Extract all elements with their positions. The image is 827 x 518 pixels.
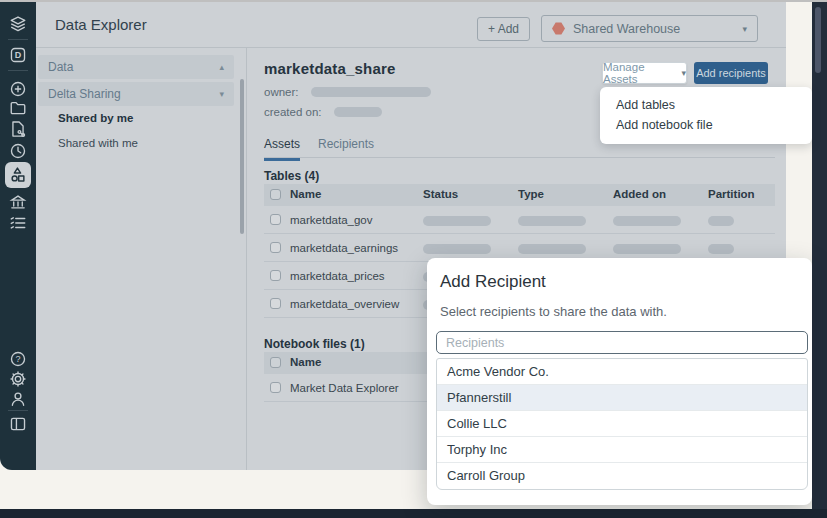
column-header: Added on [613,188,666,200]
select-all-checkbox[interactable] [270,357,281,368]
frame-bottom-border [0,509,827,518]
column-header: Status [423,188,458,200]
modal-subtitle: Select recipients to share the data with… [440,304,667,319]
frame-right-border [812,2,827,518]
recipient-option[interactable]: Acme Vendor Co. [437,359,807,385]
recipient-option[interactable]: Collie LLC [437,411,807,437]
nav-section-delta-sharing[interactable]: Delta Sharing ▾ [38,82,234,106]
nav-section-data[interactable]: Data ▴ [38,55,234,79]
screenshot-frame: D ? [0,0,827,518]
column-header: Partition [708,188,755,200]
workspace-icon[interactable]: D [9,46,27,64]
create-plus-icon[interactable] [9,80,27,98]
added-on-placeholder [613,244,681,254]
nav-item-shared-with-me[interactable]: Shared with me [58,137,138,149]
marketplace-icon[interactable] [9,193,27,211]
column-header: Name [290,356,321,368]
help-icon[interactable]: ? [9,350,27,368]
page-title: Data Explorer [55,16,147,33]
row-checkbox[interactable] [270,242,281,253]
recipients-input[interactable] [436,331,808,354]
add-button[interactable]: + Add [477,17,530,41]
status-placeholder [423,244,491,254]
notebooks-heading: Notebook files (1) [264,337,365,351]
column-header: Type [518,188,544,200]
chevron-down-icon: ▾ [681,68,686,78]
tables-heading: Tables (4) [264,169,319,183]
recipient-option-highlighted[interactable]: Pfannerstill [437,385,807,411]
tabs-divider [264,157,775,158]
table-name-cell: marketdata_prices [290,270,385,282]
page-scrollbar[interactable] [815,7,821,73]
queries-file-icon[interactable] [9,120,27,138]
chevron-down-icon: ▾ [742,24,747,34]
table-header-row: Name Status Type Added on Partition [264,184,775,206]
nav-item-shared-by-me[interactable]: Shared by me [58,112,133,124]
nav-section-label: Data [48,60,73,74]
created-row: created on: [264,106,382,118]
table-name-cell: marketdata_gov [290,214,372,226]
manage-assets-label: Manage Assets [603,61,675,85]
nav-scrollbar[interactable] [240,79,244,234]
panel-toggle-icon[interactable] [9,415,27,433]
partition-placeholder [708,216,734,226]
created-label: created on: [264,106,322,118]
added-on-placeholder [613,216,681,226]
owner-value-placeholder [311,87,431,97]
type-placeholder [518,216,586,226]
svg-text:?: ? [15,354,20,364]
row-checkbox[interactable] [270,382,281,393]
warehouse-selector[interactable]: Shared Warehouse ▾ [541,15,758,42]
sidebar-divider [8,39,28,40]
owner-label: owner: [264,86,299,98]
sidebar-divider [8,410,28,411]
add-recipient-modal: Add Recipient Select recipients to share… [427,258,812,505]
svg-text:D: D [15,50,22,60]
menu-item-add-tables[interactable]: Add tables [600,96,812,114]
databricks-stack-icon[interactable] [9,15,27,33]
table-name-cell: marketdata_earnings [290,242,398,254]
chevron-up-icon: ▴ [219,62,224,72]
table-name-cell: Market Data Explorer [290,382,399,394]
column-header: Name [290,188,321,200]
owner-row: owner: [264,86,431,98]
folder-icon[interactable] [9,99,27,117]
share-name: marketdata_share [264,60,396,77]
row-checkbox[interactable] [270,298,281,309]
nav-section-label: Delta Sharing [48,87,121,101]
manage-assets-button[interactable]: Manage Assets ▾ [602,62,687,84]
type-placeholder [518,244,586,254]
table-name-cell: marketdata_overview [290,298,399,310]
left-nav-panel: Data ▴ Delta Sharing ▾ Shared by me Shar… [36,48,247,470]
table-row[interactable]: marketdata_gov [264,206,775,234]
recipient-option[interactable]: Torphy Inc [437,437,807,463]
partition-placeholder [708,244,734,254]
profile-icon[interactable] [9,390,27,408]
warehouse-label: Shared Warehouse [573,22,680,36]
manage-assets-menu: Add tables Add notebook file [600,87,812,144]
settings-gear-icon[interactable] [9,370,27,388]
history-clock-icon[interactable] [9,142,27,160]
data-explorer-icon[interactable] [5,162,31,188]
menu-item-add-notebook-file[interactable]: Add notebook file [600,116,812,134]
task-list-icon[interactable] [9,214,27,232]
select-all-checkbox[interactable] [270,189,281,200]
row-checkbox[interactable] [270,214,281,225]
modal-title: Add Recipient [440,272,546,292]
chevron-down-icon: ▾ [219,89,224,99]
created-value-placeholder [334,107,382,117]
recipient-option[interactable]: Carroll Group [437,463,807,489]
recipients-option-list: Acme Vendor Co. Pfannerstill Collie LLC … [436,358,808,490]
status-placeholder [423,216,491,226]
topbar: Data Explorer + Add Shared Warehouse ▾ [36,2,786,48]
sidebar: D ? [0,2,36,470]
row-checkbox[interactable] [270,270,281,281]
sidebar-divider [8,70,28,71]
add-recipients-button[interactable]: Add recipients [694,62,768,84]
warehouse-hexagon-icon [552,22,565,35]
